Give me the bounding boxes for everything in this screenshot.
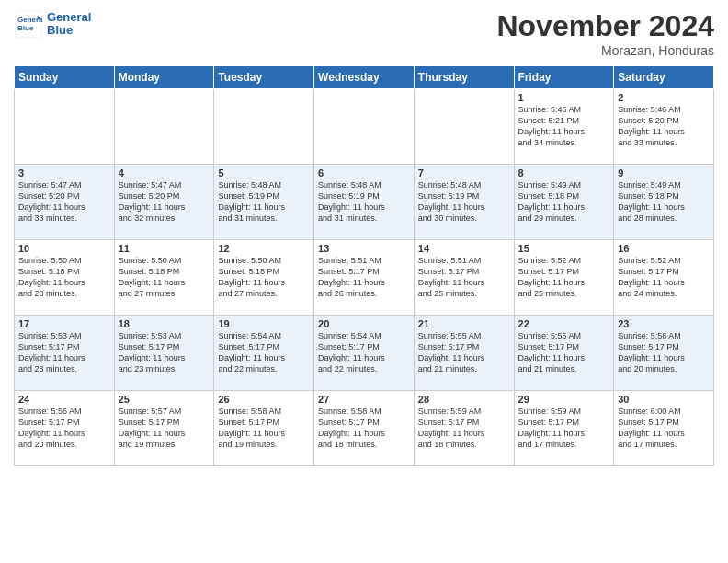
- day-info: Sunrise: 5:52 AM Sunset: 5:17 PM Dayligh…: [618, 255, 710, 300]
- day-info: Sunrise: 5:48 AM Sunset: 5:19 PM Dayligh…: [218, 179, 310, 224]
- day-number: 25: [119, 394, 210, 405]
- day-number: 24: [18, 394, 110, 405]
- day-number: 1: [518, 92, 610, 103]
- day-info: Sunrise: 5:49 AM Sunset: 5:18 PM Dayligh…: [518, 179, 610, 224]
- day-number: 30: [618, 394, 710, 405]
- day-info: Sunrise: 5:51 AM Sunset: 5:17 PM Dayligh…: [418, 255, 510, 300]
- day-number: 17: [18, 318, 110, 329]
- day-number: 27: [318, 394, 410, 405]
- day-number: 28: [418, 394, 510, 405]
- weekday-header: Sunday: [15, 66, 115, 89]
- day-info: Sunrise: 5:46 AM Sunset: 5:21 PM Dayligh…: [518, 104, 610, 149]
- day-number: 8: [518, 167, 610, 178]
- calendar-cell: [114, 89, 214, 165]
- calendar-cell: 23Sunrise: 5:56 AM Sunset: 5:17 PM Dayli…: [614, 316, 714, 391]
- day-info: Sunrise: 5:58 AM Sunset: 5:17 PM Dayligh…: [318, 406, 410, 451]
- calendar-week-row: 10Sunrise: 5:50 AM Sunset: 5:18 PM Dayli…: [15, 240, 714, 316]
- day-info: Sunrise: 5:48 AM Sunset: 5:19 PM Dayligh…: [418, 179, 510, 224]
- calendar-cell: 27Sunrise: 5:58 AM Sunset: 5:17 PM Dayli…: [314, 391, 415, 466]
- calendar-week-row: 24Sunrise: 5:56 AM Sunset: 5:17 PM Dayli…: [15, 391, 714, 466]
- calendar-cell: [414, 89, 514, 165]
- day-info: Sunrise: 5:56 AM Sunset: 5:17 PM Dayligh…: [18, 406, 110, 451]
- calendar-cell: 13Sunrise: 5:51 AM Sunset: 5:17 PM Dayli…: [314, 240, 415, 316]
- calendar-week-row: 17Sunrise: 5:53 AM Sunset: 5:17 PM Dayli…: [15, 316, 714, 391]
- day-number: 9: [618, 167, 710, 178]
- day-number: 20: [318, 318, 410, 329]
- calendar-cell: 6Sunrise: 5:48 AM Sunset: 5:19 PM Daylig…: [314, 165, 415, 240]
- logo-text: General Blue: [47, 11, 91, 38]
- weekday-header: Wednesday: [314, 66, 415, 89]
- calendar-cell: 7Sunrise: 5:48 AM Sunset: 5:19 PM Daylig…: [414, 165, 514, 240]
- day-number: 2: [618, 92, 710, 103]
- calendar-week-row: 1Sunrise: 5:46 AM Sunset: 5:21 PM Daylig…: [15, 89, 714, 165]
- calendar-table: SundayMondayTuesdayWednesdayThursdayFrid…: [14, 65, 714, 466]
- day-number: 10: [18, 243, 110, 254]
- weekday-header: Friday: [514, 66, 614, 89]
- logo-icon: General Blue: [14, 9, 43, 39]
- calendar-cell: 20Sunrise: 5:54 AM Sunset: 5:17 PM Dayli…: [314, 316, 415, 391]
- calendar-cell: [314, 89, 415, 165]
- calendar-cell: 3Sunrise: 5:47 AM Sunset: 5:20 PM Daylig…: [15, 165, 115, 240]
- weekday-header: Monday: [114, 66, 214, 89]
- day-number: 21: [418, 318, 510, 329]
- calendar-cell: 15Sunrise: 5:52 AM Sunset: 5:17 PM Dayli…: [514, 240, 614, 316]
- day-number: 4: [119, 167, 210, 178]
- day-info: Sunrise: 5:59 AM Sunset: 5:17 PM Dayligh…: [418, 406, 510, 451]
- day-number: 19: [218, 318, 310, 329]
- calendar-cell: 14Sunrise: 5:51 AM Sunset: 5:17 PM Dayli…: [414, 240, 514, 316]
- day-number: 12: [218, 243, 310, 254]
- day-info: Sunrise: 5:57 AM Sunset: 5:17 PM Dayligh…: [119, 406, 210, 451]
- calendar-week-row: 3Sunrise: 5:47 AM Sunset: 5:20 PM Daylig…: [15, 165, 714, 240]
- calendar-cell: 10Sunrise: 5:50 AM Sunset: 5:18 PM Dayli…: [15, 240, 115, 316]
- calendar-cell: 1Sunrise: 5:46 AM Sunset: 5:21 PM Daylig…: [514, 89, 614, 165]
- day-info: Sunrise: 5:48 AM Sunset: 5:19 PM Dayligh…: [318, 179, 410, 224]
- calendar-cell: 9Sunrise: 5:49 AM Sunset: 5:18 PM Daylig…: [614, 165, 714, 240]
- day-number: 3: [18, 167, 110, 178]
- calendar-cell: 28Sunrise: 5:59 AM Sunset: 5:17 PM Dayli…: [414, 391, 514, 466]
- header: General Blue General Blue November 2024 …: [14, 9, 714, 58]
- day-number: 11: [119, 243, 210, 254]
- calendar-cell: 29Sunrise: 5:59 AM Sunset: 5:17 PM Dayli…: [514, 391, 614, 466]
- day-number: 14: [418, 243, 510, 254]
- day-info: Sunrise: 6:00 AM Sunset: 5:17 PM Dayligh…: [618, 406, 710, 451]
- logo: General Blue General Blue: [14, 9, 91, 39]
- day-number: 29: [518, 394, 610, 405]
- day-number: 6: [318, 167, 410, 178]
- day-number: 18: [119, 318, 210, 329]
- weekday-header: Saturday: [614, 66, 714, 89]
- weekday-header: Tuesday: [214, 66, 314, 89]
- day-number: 7: [418, 167, 510, 178]
- calendar-cell: 12Sunrise: 5:50 AM Sunset: 5:18 PM Dayli…: [214, 240, 314, 316]
- location-subtitle: Morazan, Honduras: [496, 43, 714, 58]
- day-info: Sunrise: 5:53 AM Sunset: 5:17 PM Dayligh…: [119, 330, 210, 375]
- day-info: Sunrise: 5:55 AM Sunset: 5:17 PM Dayligh…: [518, 330, 610, 375]
- day-info: Sunrise: 5:50 AM Sunset: 5:18 PM Dayligh…: [218, 255, 310, 300]
- day-info: Sunrise: 5:54 AM Sunset: 5:17 PM Dayligh…: [218, 330, 310, 375]
- calendar-cell: 18Sunrise: 5:53 AM Sunset: 5:17 PM Dayli…: [114, 316, 214, 391]
- day-info: Sunrise: 5:47 AM Sunset: 5:20 PM Dayligh…: [18, 179, 110, 224]
- day-info: Sunrise: 5:56 AM Sunset: 5:17 PM Dayligh…: [618, 330, 710, 375]
- day-info: Sunrise: 5:50 AM Sunset: 5:18 PM Dayligh…: [119, 255, 210, 300]
- day-info: Sunrise: 5:55 AM Sunset: 5:17 PM Dayligh…: [418, 330, 510, 375]
- title-block: November 2024 Morazan, Honduras: [496, 9, 714, 58]
- day-info: Sunrise: 5:46 AM Sunset: 5:20 PM Dayligh…: [618, 104, 710, 149]
- month-title: November 2024: [496, 9, 714, 43]
- calendar-cell: 17Sunrise: 5:53 AM Sunset: 5:17 PM Dayli…: [15, 316, 115, 391]
- day-number: 5: [218, 167, 310, 178]
- day-info: Sunrise: 5:49 AM Sunset: 5:18 PM Dayligh…: [618, 179, 710, 224]
- day-info: Sunrise: 5:52 AM Sunset: 5:17 PM Dayligh…: [518, 255, 610, 300]
- weekday-header: Thursday: [414, 66, 514, 89]
- day-number: 16: [618, 243, 710, 254]
- calendar-cell: 19Sunrise: 5:54 AM Sunset: 5:17 PM Dayli…: [214, 316, 314, 391]
- calendar-cell: 30Sunrise: 6:00 AM Sunset: 5:17 PM Dayli…: [614, 391, 714, 466]
- calendar-cell: 22Sunrise: 5:55 AM Sunset: 5:17 PM Dayli…: [514, 316, 614, 391]
- calendar-cell: 25Sunrise: 5:57 AM Sunset: 5:17 PM Dayli…: [114, 391, 214, 466]
- calendar-cell: 16Sunrise: 5:52 AM Sunset: 5:17 PM Dayli…: [614, 240, 714, 316]
- calendar-cell: 24Sunrise: 5:56 AM Sunset: 5:17 PM Dayli…: [15, 391, 115, 466]
- svg-text:Blue: Blue: [17, 24, 34, 32]
- day-info: Sunrise: 5:59 AM Sunset: 5:17 PM Dayligh…: [518, 406, 610, 451]
- day-number: 15: [518, 243, 610, 254]
- calendar-cell: 2Sunrise: 5:46 AM Sunset: 5:20 PM Daylig…: [614, 89, 714, 165]
- calendar-cell: [15, 89, 115, 165]
- day-number: 26: [218, 394, 310, 405]
